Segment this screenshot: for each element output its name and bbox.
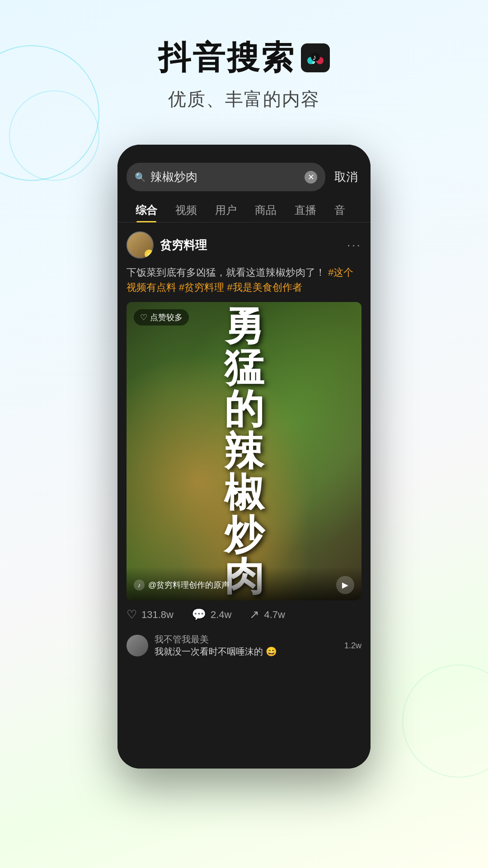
music-info: ♪ @贫穷料理创作的原声 [134,580,230,590]
tab-商品[interactable]: 商品 [246,198,286,222]
comment-row: 我不管我最美 我就没一次看时不咽唾沫的 😄 1.2w [127,633,361,658]
shares-stat[interactable]: ↗ 4.7w [249,608,285,622]
post-desc-text: 下饭菜到底有多凶猛，就看这道辣椒炒肉了！ [127,267,325,278]
post-description: 下饭菜到底有多凶猛，就看这道辣椒炒肉了！ #这个视频有点料 #贫穷料理 #我是美… [127,265,361,295]
avatar: ✓ [127,231,154,259]
video-title-char3: 的 [224,388,264,430]
comment-section: 我不管我最美 我就没一次看时不咽唾沫的 😄 1.2w [127,629,361,668]
tab-综合[interactable]: 综合 [127,198,166,222]
likes-stat[interactable]: ♡ 131.8w [127,608,174,622]
music-text: @贫穷料理创作的原声 [148,580,230,590]
clear-icon: ✕ [308,172,314,182]
search-input-wrapper[interactable]: 🔍 辣椒炒肉 ✕ [127,163,325,191]
heart-icon: ♡ [140,312,147,322]
app-title: 抖音搜索 ♪ ♪ [0,36,488,80]
user-row: ✓ 贫穷料理 ··· [127,231,361,259]
search-query: 辣椒炒肉 [150,169,300,185]
video-background: 勇 猛 的 辣 椒 炒 肉 ♡ 点赞较多 [127,302,361,600]
shares-count: 4.7w [264,609,285,621]
more-options-button[interactable]: ··· [347,238,361,252]
svg-text:♪: ♪ [138,581,141,589]
comments-stat[interactable]: 💬 2.4w [192,608,231,622]
subtitle: 优质、丰富的内容 [0,87,488,112]
tabs-area: 综合 视频 用户 商品 直播 音 [117,191,371,222]
cancel-button[interactable]: 取消 [331,169,361,185]
video-title-char4: 辣 [224,430,264,472]
comment-username[interactable]: 我不管我最美 [155,633,338,646]
video-title-char6: 炒 [224,514,264,556]
phone-screen: 🔍 辣椒炒肉 ✕ 取消 综合 视频 用户 商品 直播 音 [117,145,371,769]
user-info: ✓ 贫穷料理 [127,231,207,259]
likes-badge-text: 点赞较多 [150,312,183,323]
bg-decoration-circle3 [402,665,488,778]
verified-badge: ✓ [145,250,154,259]
clear-button[interactable]: ✕ [305,171,317,184]
heart-stat-icon: ♡ [127,608,137,622]
comment-text-area: 我不管我最美 我就没一次看时不咽唾沫的 😄 [155,633,338,658]
search-bar-area: 🔍 辣椒炒肉 ✕ 取消 [117,145,371,191]
tiktok-small-icon: ♪ [134,580,145,590]
comment-likes: 1.2w [344,641,361,651]
content-area: ✓ 贫穷料理 ··· 下饭菜到底有多凶猛，就看这道辣椒炒肉了！ #这个视频有点料… [117,222,371,668]
stats-row: ♡ 131.8w 💬 2.4w ↗ 4.7w [127,600,361,629]
svg-text:♪: ♪ [313,53,319,62]
video-title-char1: 勇 [224,305,264,347]
username[interactable]: 贫穷料理 [160,237,207,253]
phone-frame: 🔍 辣椒炒肉 ✕ 取消 综合 视频 用户 商品 直播 音 [117,145,371,769]
tab-音乐[interactable]: 音 [325,198,354,222]
video-title-char2: 猛 [224,347,264,388]
video-thumbnail[interactable]: 勇 猛 的 辣 椒 炒 肉 ♡ 点赞较多 [127,302,361,600]
comment-stat-icon: 💬 [192,608,206,622]
video-title-char5: 椒 [224,472,264,514]
header-section: 抖音搜索 ♪ ♪ 优质、丰富的内容 [0,0,488,130]
comment-content: 我就没一次看时不咽唾沫的 😄 [155,646,338,658]
likes-badge: ♡ 点赞较多 [134,309,189,326]
phone-mockup: 🔍 辣椒炒肉 ✕ 取消 综合 视频 用户 商品 直播 音 [117,145,371,769]
tab-视频[interactable]: 视频 [166,198,206,222]
tab-用户[interactable]: 用户 [206,198,246,222]
comment-avatar [127,635,148,656]
tab-直播[interactable]: 直播 [286,198,325,222]
search-icon: 🔍 [135,172,146,183]
video-title-overlay: 勇 猛 的 辣 椒 炒 肉 [127,302,361,600]
title-text: 抖音搜索 [158,36,296,80]
search-bar: 🔍 辣椒炒肉 ✕ 取消 [127,163,361,191]
likes-count: 131.8w [141,609,174,621]
tiktok-logo-icon: ♪ ♪ [301,43,330,72]
play-button[interactable]: ▶ [336,576,354,594]
share-stat-icon: ↗ [249,608,259,622]
comments-count: 2.4w [211,609,231,621]
video-bottom-bar: ♪ @贫穷料理创作的原声 ▶ [127,567,361,600]
